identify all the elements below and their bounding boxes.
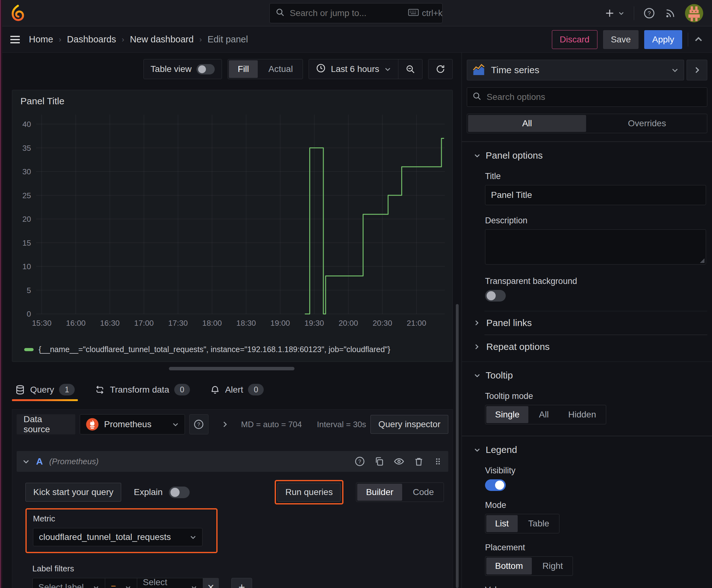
actual-option[interactable]: Actual <box>260 60 302 78</box>
chevron-down-icon <box>671 66 679 74</box>
repeat-options-section[interactable]: Repeat options <box>467 335 707 358</box>
svg-text:?: ? <box>648 10 651 16</box>
bell-icon <box>210 385 220 395</box>
zoom-out-button[interactable] <box>398 59 422 79</box>
help-circle-icon: ? <box>194 419 204 429</box>
query-inspector-button[interactable]: Query inspector <box>370 415 448 434</box>
viz-suggestions-button[interactable] <box>687 60 707 80</box>
avatar[interactable] <box>685 4 703 22</box>
panel-resize-handle[interactable] <box>169 367 295 370</box>
breadcrumb-separator: › <box>199 35 202 44</box>
svg-text:15:30: 15:30 <box>32 319 51 327</box>
query-ref-id: A <box>36 456 43 467</box>
save-button[interactable]: Save <box>603 30 639 49</box>
code-option[interactable]: Code <box>404 484 443 501</box>
search-input[interactable] <box>289 8 404 19</box>
operator-dropdown[interactable]: = <box>105 578 137 588</box>
hide-query-icon[interactable] <box>394 456 404 467</box>
annotation-highlight-metric: Metric cloudflared_tunnel_total_requests <box>25 508 218 553</box>
chevron-up-icon[interactable] <box>694 35 703 44</box>
panel-options-heading[interactable]: Panel options <box>474 150 706 161</box>
datasource-picker[interactable]: Prometheus <box>80 414 185 435</box>
remove-filter-button[interactable]: ✕ <box>203 578 219 588</box>
add-filter-button[interactable]: + <box>231 578 252 588</box>
repeat-options-label: Repeat options <box>486 341 550 352</box>
description-textarea[interactable] <box>485 229 706 265</box>
breadcrumb-separator: › <box>59 35 61 44</box>
builder-option[interactable]: Builder <box>357 484 402 501</box>
explain-toggle[interactable] <box>169 486 190 498</box>
collapse-chevron-icon[interactable] <box>22 458 30 465</box>
tab-transform[interactable]: Transform data 0 <box>92 384 193 401</box>
query-row-header[interactable]: A (Prometheus) ? <box>17 451 448 472</box>
mega-menu-icon[interactable] <box>9 33 21 46</box>
legend-list-option[interactable]: List <box>486 515 518 532</box>
legend-right-option[interactable]: Right <box>534 558 572 574</box>
tab-query-count: 1 <box>59 384 75 396</box>
select-value-dropdown[interactable]: Select value <box>137 578 203 588</box>
breadcrumb-home[interactable]: Home <box>29 34 53 45</box>
delete-query-icon[interactable] <box>414 456 424 466</box>
database-icon <box>15 385 25 395</box>
breadcrumb-dashboards[interactable]: Dashboards <box>67 34 116 45</box>
legend-heading[interactable]: Legend <box>474 444 706 455</box>
panel-links-section[interactable]: Panel links <box>467 311 707 335</box>
legend-bottom-option[interactable]: Bottom <box>486 558 532 574</box>
chart-svg[interactable]: 051015202530354015:3016:0016:3017:0017:3… <box>17 111 449 329</box>
legend-table-option[interactable]: Table <box>520 515 558 532</box>
new-menu-button[interactable] <box>604 8 624 19</box>
options-search-input[interactable] <box>486 92 702 102</box>
chevron-down-icon <box>618 10 624 16</box>
label-filters-section: Label filters Select label = Select valu… <box>25 564 448 588</box>
table-view-toggle[interactable] <box>196 64 215 75</box>
tooltip-hidden-option[interactable]: Hidden <box>559 406 605 423</box>
breadcrumb-edit-panel: Edit panel <box>208 34 248 45</box>
fill-option[interactable]: Fill <box>229 60 258 78</box>
tab-overrides[interactable]: Overrides <box>588 115 706 132</box>
time-series-chart[interactable]: 051015202530354015:3016:0016:3017:0017:3… <box>17 111 449 329</box>
options-filter-tabs: All Overrides <box>467 114 707 133</box>
legend-series-label[interactable]: {__name__="cloudflared_tunnel_total_requ… <box>39 345 390 354</box>
chevron-right-icon <box>473 319 480 327</box>
refresh-button[interactable] <box>429 59 452 79</box>
query-options-chevron-icon[interactable] <box>221 421 229 428</box>
select-label-dropdown[interactable]: Select label <box>33 578 105 588</box>
breadcrumb: Home › Dashboards › New dashboard › Edit… <box>29 34 248 45</box>
scrollbar-vertical[interactable] <box>456 304 459 588</box>
datasource-help-button[interactable]: ? <box>189 414 209 435</box>
description-label: Description <box>485 216 706 226</box>
svg-text:5: 5 <box>27 286 31 295</box>
panel-links-label: Panel links <box>486 318 532 328</box>
tab-query[interactable]: Query 1 <box>12 384 78 401</box>
svg-text:18:30: 18:30 <box>236 319 256 327</box>
help-icon[interactable]: ? <box>644 7 655 19</box>
global-search[interactable]: ctrl+k <box>269 3 443 23</box>
options-search[interactable] <box>467 87 707 107</box>
drag-handle-icon[interactable] <box>433 457 443 466</box>
visualization-picker[interactable]: Time series <box>467 60 684 80</box>
legend-visibility-toggle[interactable] <box>485 479 506 491</box>
chart-legend[interactable]: {__name__="cloudflared_tunnel_total_requ… <box>24 345 390 354</box>
tooltip-all-option[interactable]: All <box>530 406 558 423</box>
kick-start-button[interactable]: Kick start your query <box>25 483 121 502</box>
discard-button[interactable]: Discard <box>552 30 598 49</box>
run-queries-button[interactable]: Run queries <box>278 483 341 502</box>
tab-alert[interactable]: Alert 0 <box>207 384 267 401</box>
news-rss-icon[interactable] <box>664 7 675 19</box>
datasource-row: Data source Prometheus ? MD = auto = 704… <box>17 414 448 435</box>
resize-corner[interactable] <box>699 258 705 263</box>
panel-title: Panel Title <box>20 96 64 106</box>
select-label-placeholder: Select label <box>38 582 84 588</box>
grafana-logo-icon[interactable] <box>9 4 27 22</box>
apply-button[interactable]: Apply <box>644 30 682 49</box>
panel-title-input[interactable] <box>485 185 706 205</box>
query-help-icon[interactable]: ? <box>355 456 365 466</box>
breadcrumb-new-dashboard[interactable]: New dashboard <box>130 34 194 45</box>
tooltip-single-option[interactable]: Single <box>486 406 528 423</box>
tooltip-heading[interactable]: Tooltip <box>474 370 706 381</box>
transparent-bg-toggle[interactable] <box>485 290 506 301</box>
duplicate-query-icon[interactable] <box>374 456 384 466</box>
metric-select[interactable]: cloudflared_tunnel_total_requests <box>33 528 202 546</box>
time-range-picker[interactable]: Last 6 hours <box>309 59 398 79</box>
tab-all[interactable]: All <box>468 115 586 132</box>
